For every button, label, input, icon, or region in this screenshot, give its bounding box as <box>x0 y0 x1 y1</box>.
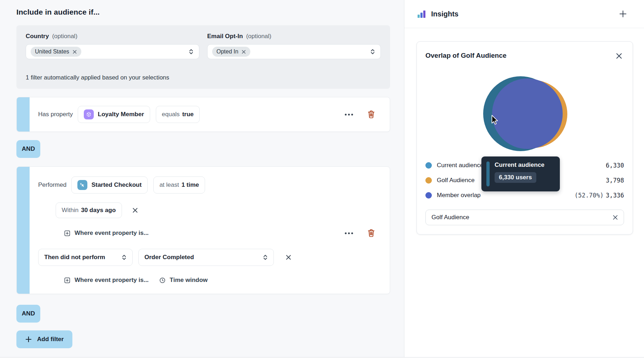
trash-icon <box>367 228 375 238</box>
filter-accent-stripe <box>17 97 30 132</box>
email-opt-in-select[interactable]: Opted In <box>207 44 381 59</box>
remove-country-icon[interactable] <box>72 50 77 54</box>
legend-value: 6,330 <box>606 162 624 169</box>
ellipsis-icon <box>345 114 353 115</box>
negation-event-select[interactable]: Order Completed <box>138 249 274 266</box>
country-chip[interactable]: United States <box>31 47 81 57</box>
performed-label: Performed <box>38 181 66 189</box>
plus-square-icon <box>64 230 71 237</box>
where-event-property-button-2[interactable]: Where event property is... <box>64 277 149 284</box>
close-insight-button[interactable] <box>615 52 623 60</box>
tooltip-users-badge: 6,330 users <box>495 172 536 183</box>
time-window-button[interactable]: Within 30 days ago <box>56 202 122 218</box>
clock-icon <box>159 277 166 284</box>
where-event-property-label-2: Where event property is... <box>75 277 149 284</box>
compare-audience-input[interactable] <box>425 210 624 225</box>
country-select[interactable]: United States <box>26 44 199 59</box>
plus-square-icon <box>64 277 71 284</box>
event-button[interactable]: Started Checkout <box>71 176 148 194</box>
and-connector: AND <box>16 305 40 323</box>
auto-filter-note: 1 filter automatically applied based on … <box>26 74 381 81</box>
add-insight-button[interactable] <box>618 9 628 19</box>
has-property-label: Has property <box>38 111 73 118</box>
cube-icon <box>84 109 94 119</box>
chevron-updown-icon <box>121 254 127 261</box>
legend-label: Member overlap <box>437 192 481 199</box>
filter-card-performed: Performed Started Checkout at least 1 ti… <box>16 166 390 294</box>
filter-accent-stripe <box>17 167 30 294</box>
add-filter-label: Add filter <box>37 336 64 343</box>
compare-audience-field <box>425 210 624 225</box>
tooltip-title: Current audience <box>495 161 545 169</box>
where-event-property-label: Where event property is... <box>75 230 149 237</box>
condition-operator: equals <box>162 111 180 118</box>
chevron-updown-icon <box>262 254 269 261</box>
condition-button[interactable]: equals true <box>156 106 200 123</box>
remove-time-window-button[interactable] <box>131 206 139 214</box>
current-audience-dot <box>425 162 432 169</box>
filter-card-has-property: Has property Loyalty Member equals true <box>16 97 390 132</box>
legend-label: Current audience <box>437 162 483 169</box>
event-name: Started Checkout <box>91 181 142 189</box>
delete-filter-button[interactable] <box>367 228 375 238</box>
count-operator: at least <box>159 181 179 189</box>
and-connector: AND <box>16 140 40 158</box>
country-optional-label: (optional) <box>52 33 77 40</box>
more-options-button[interactable] <box>345 232 353 234</box>
negation-event-value: Order Completed <box>144 254 194 261</box>
add-filter-button[interactable]: Add filter <box>16 330 72 348</box>
legend-count: 3,336 <box>606 192 624 199</box>
window-value: 30 days ago <box>81 207 116 214</box>
property-name: Loyalty Member <box>98 111 144 118</box>
venn-overlap-circle <box>492 78 563 149</box>
email-opt-in-optional-label: (optional) <box>246 33 271 40</box>
email-opt-in-filter: Email Opt-In (optional) Opted In <box>207 33 381 67</box>
optional-filters-panel: Country (optional) United States <box>16 25 390 89</box>
country-chip-label: United States <box>35 48 69 55</box>
more-options-button[interactable] <box>345 114 353 115</box>
email-opt-in-chip-label: Opted In <box>216 48 238 55</box>
email-opt-in-label: Email Opt-In <box>207 33 243 40</box>
time-window-label: Time window <box>170 277 208 284</box>
mouse-cursor-icon <box>491 115 500 125</box>
condition-value: true <box>182 111 194 118</box>
legend-percent: (52.70%) <box>574 192 604 199</box>
delete-filter-button[interactable] <box>367 110 375 119</box>
insights-panel: Insights Overlap of Golf Audience <box>404 0 644 357</box>
x-icon <box>285 253 292 261</box>
page-title: Include in audience if... <box>16 8 390 16</box>
insights-title: Insights <box>431 10 459 18</box>
where-event-property-button[interactable]: Where event property is... <box>64 230 149 237</box>
x-icon <box>612 214 619 221</box>
remove-negation-button[interactable] <box>285 253 292 261</box>
email-opt-in-chip[interactable]: Opted In <box>212 47 250 57</box>
country-filter: Country (optional) United States <box>26 33 199 67</box>
negation-select[interactable]: Then did not perform <box>38 249 133 266</box>
remove-email-opt-in-icon[interactable] <box>241 50 246 54</box>
golf-audience-dot <box>425 177 432 184</box>
bar-chart-icon <box>417 9 426 19</box>
insight-card-title: Overlap of Golf Audience <box>425 52 506 60</box>
negation-select-value: Then did not perform <box>44 254 105 261</box>
country-label: Country <box>26 33 49 40</box>
count-value: 1 time <box>182 181 199 189</box>
chevron-updown-icon <box>188 48 194 55</box>
event-count-button[interactable]: at least 1 time <box>153 176 205 194</box>
tooltip-accent-bar <box>486 161 490 186</box>
property-button[interactable]: Loyalty Member <box>78 106 150 123</box>
trash-icon <box>367 110 375 119</box>
audience-builder-panel: Include in audience if... Country (optio… <box>0 0 404 357</box>
time-window-link-button[interactable]: Time window <box>159 277 208 284</box>
legend-label: Golf Audience <box>437 177 475 184</box>
plus-icon <box>25 336 32 343</box>
window-prefix: Within <box>62 207 78 214</box>
overlap-insight-card: Overlap of Golf Audience <box>416 41 633 235</box>
chevron-updown-icon <box>369 48 376 55</box>
plus-icon <box>618 9 628 19</box>
x-icon <box>131 206 139 214</box>
x-icon <box>615 52 623 60</box>
member-overlap-dot <box>425 192 432 199</box>
cursor-click-icon <box>77 180 87 190</box>
clear-audience-button[interactable] <box>612 214 619 221</box>
legend-value: (52.70%)3,336 <box>574 192 624 199</box>
